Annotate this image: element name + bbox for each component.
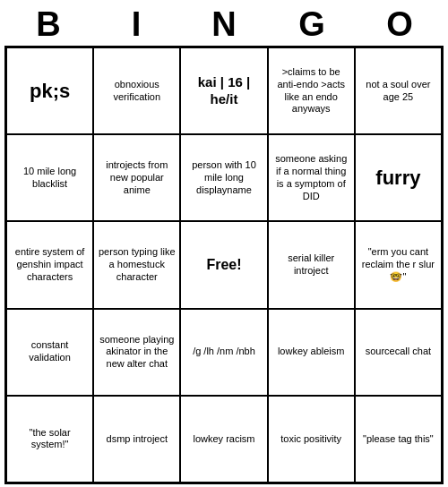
bingo-cell-5: 10 mile long blacklist [6,134,93,221]
bingo-cell-16: someone playing akinator in the new alte… [93,309,180,396]
bingo-cell-24: "please tag this" [355,396,442,483]
bingo-cell-10: entire system of genshin impact characte… [6,221,93,308]
letter-g: G [273,5,350,44]
letter-o: O [361,5,438,44]
bingo-cell-7: person with 10 mile long displayname [180,134,267,221]
bingo-cell-22: lowkey racism [180,396,267,483]
bingo-header: B I N G O [4,0,444,46]
letter-i: I [98,5,175,44]
bingo-cell-1: obnoxious verification [93,47,180,134]
letter-b: B [10,5,87,44]
bingo-cell-18: lowkey ableism [268,309,355,396]
bingo-cell-12: Free! [180,221,267,308]
letter-n: N [185,5,263,44]
bingo-grid: pk;sobnoxious verificationkai | 16 | he/… [4,46,444,484]
bingo-cell-19: sourcecall chat [355,309,442,396]
bingo-cell-23: toxic positivity [268,396,355,483]
bingo-cell-2: kai | 16 | he/it [180,47,267,134]
bingo-cell-8: someone asking if a normal thing is a sy… [268,134,355,221]
bingo-cell-0: pk;s [6,47,93,134]
bingo-cell-9: furry [355,134,442,221]
bingo-cell-14: "erm you cant reclaim the r slur 🤓" [355,221,442,308]
bingo-cell-6: introjects from new popular anime [93,134,180,221]
bingo-cell-21: dsmp introject [93,396,180,483]
bingo-cell-3: >claims to be anti-endo >acts like an en… [268,47,355,134]
bingo-cell-13: serial killer introject [268,221,355,308]
bingo-cell-17: /g /lh /nm /nbh [180,309,267,396]
bingo-cell-15: constant validation [6,309,93,396]
bingo-cell-20: "the solar system!" [6,396,93,483]
bingo-cell-4: not a soul over age 25 [355,47,442,134]
bingo-cell-11: person typing like a homestuck character [93,221,180,308]
